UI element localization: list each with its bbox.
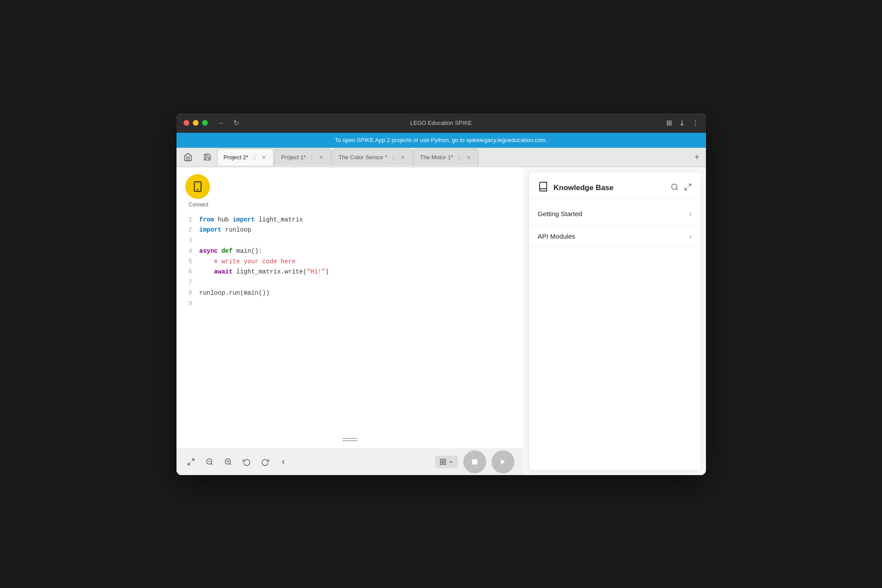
main-content: Connect 1 from hub import light_matrix 2…	[176, 167, 706, 475]
svg-line-10	[229, 463, 231, 464]
tab-close-icon[interactable]: ✕	[465, 154, 472, 161]
svg-line-21	[688, 184, 691, 186]
tab-close-icon[interactable]: ✕	[261, 154, 267, 161]
code-line-1: 1 from hub import light_matrix	[185, 215, 514, 225]
tab-color-sensor[interactable]: The Color Sensor * ⋮ ✕	[332, 149, 413, 165]
svg-marker-18	[501, 459, 505, 464]
knowledge-base-panel: Knowledge Base	[529, 172, 701, 470]
back-button[interactable]: ←	[217, 118, 227, 128]
svg-line-20	[676, 188, 677, 190]
code-line-7: 7	[185, 277, 514, 288]
tab-close-icon[interactable]: ✕	[318, 154, 324, 161]
connect-section: Connect	[176, 167, 523, 211]
code-line-6: 6 await light_matrix.write("Hi!")	[185, 267, 514, 277]
code-line-9: 9	[185, 299, 514, 309]
redo-button[interactable]	[259, 456, 271, 468]
maximize-button[interactable]	[202, 120, 208, 126]
banner-text: To open SPIKE App 2 projects or use Pyth…	[335, 137, 547, 143]
svg-line-7	[211, 463, 212, 464]
svg-rect-14	[443, 459, 446, 461]
tab-label: Project 2*	[224, 154, 248, 161]
tab-project1[interactable]: Project 1* ⋮ ✕	[274, 149, 331, 165]
save-button[interactable]	[198, 147, 217, 167]
titlebar-actions: ⊞ ⤓ ⋮	[666, 119, 699, 127]
code-line-4: 4 async def main():	[185, 246, 514, 257]
tab-menu-icon[interactable]: ⋮	[457, 154, 462, 161]
grid-view-button[interactable]	[435, 456, 458, 468]
zoom-in-button[interactable]	[222, 456, 234, 468]
kb-item-label: Getting Started	[538, 210, 582, 217]
download-icon[interactable]: ⤓	[679, 119, 685, 127]
svg-rect-13	[440, 459, 443, 461]
menu-icon[interactable]: ⋮	[692, 119, 699, 127]
traffic-lights	[184, 120, 208, 126]
tab-label: The Motor 1*	[420, 154, 453, 161]
nav-buttons: ← ↻	[217, 118, 241, 128]
tab-project2[interactable]: Project 2* ⋮ ✕	[217, 149, 274, 165]
connect-label: Connect	[185, 202, 209, 208]
zoom-out-button[interactable]	[204, 456, 215, 468]
svg-line-4	[191, 459, 194, 461]
tab-label: The Color Sensor *	[338, 154, 387, 161]
tab-label: Project 1*	[281, 154, 306, 161]
svg-line-22	[685, 187, 687, 190]
play-button[interactable]	[492, 450, 514, 473]
undo-button[interactable]	[241, 456, 252, 468]
kb-item-label: API Modules	[538, 232, 575, 240]
code-line-8: 8 runloop.run(main())	[185, 288, 514, 299]
kb-title: Knowledge Base	[554, 184, 614, 192]
tab-menu-icon[interactable]: ⋮	[309, 154, 315, 161]
add-tab-button[interactable]: +	[690, 152, 704, 162]
tab-close-icon[interactable]: ✕	[400, 154, 406, 161]
chevron-right-icon: ›	[689, 232, 691, 240]
chevron-right-icon: ›	[689, 210, 691, 218]
book-icon	[538, 181, 548, 195]
connect-button[interactable]	[185, 174, 210, 199]
reload-button[interactable]: ↻	[232, 118, 241, 128]
bottom-right-actions	[435, 450, 514, 473]
kb-header: Knowledge Base	[529, 172, 701, 199]
kb-collapse-button[interactable]	[684, 183, 692, 193]
kb-item-getting-started[interactable]: Getting Started ›	[529, 203, 701, 225]
kb-items: Getting Started › API Modules ›	[529, 199, 701, 251]
home-button[interactable]	[178, 147, 198, 167]
code-line-3: 3	[185, 236, 514, 246]
fullscreen-button[interactable]	[185, 456, 197, 468]
stop-button[interactable]	[463, 450, 486, 473]
bottom-toolbar	[176, 449, 523, 475]
tab-menu-icon[interactable]: ⋮	[252, 154, 257, 161]
window-title: LEGO Education SPIKE	[410, 120, 472, 126]
svg-line-5	[188, 463, 190, 465]
tabbar: Project 2* ⋮ ✕ Project 1* ⋮ ✕ The Color …	[176, 148, 706, 167]
app-window: ← ↻ LEGO Education SPIKE ⊞ ⤓ ⋮ To open S…	[176, 113, 706, 475]
collapse-button[interactable]	[278, 457, 289, 467]
editor-area: Connect 1 from hub import light_matrix 2…	[176, 167, 523, 475]
svg-rect-15	[440, 462, 443, 464]
code-line-2: 2 import runloop	[185, 225, 514, 236]
resize-handle[interactable]: ⋮	[523, 167, 529, 475]
svg-rect-16	[443, 462, 446, 464]
kb-search-button[interactable]	[671, 183, 679, 193]
code-editor[interactable]: 1 from hub import light_matrix 2 import …	[176, 211, 523, 449]
tab-menu-icon[interactable]: ⋮	[391, 154, 396, 161]
minimize-button[interactable]	[193, 120, 199, 126]
puzzle-icon[interactable]: ⊞	[666, 119, 672, 127]
svg-rect-17	[472, 459, 477, 464]
drag-handle[interactable]	[341, 434, 359, 444]
code-line-5: 5 # write your code here	[185, 257, 514, 267]
kb-header-actions	[671, 183, 692, 193]
svg-point-19	[672, 184, 677, 189]
tab-motor[interactable]: The Motor 1* ⋮ ✕	[413, 149, 478, 165]
kb-item-api-modules[interactable]: API Modules ›	[529, 225, 701, 248]
titlebar: ← ↻ LEGO Education SPIKE ⊞ ⤓ ⋮	[176, 113, 706, 133]
info-banner: To open SPIKE App 2 projects or use Pyth…	[176, 133, 706, 148]
close-button[interactable]	[184, 120, 189, 126]
